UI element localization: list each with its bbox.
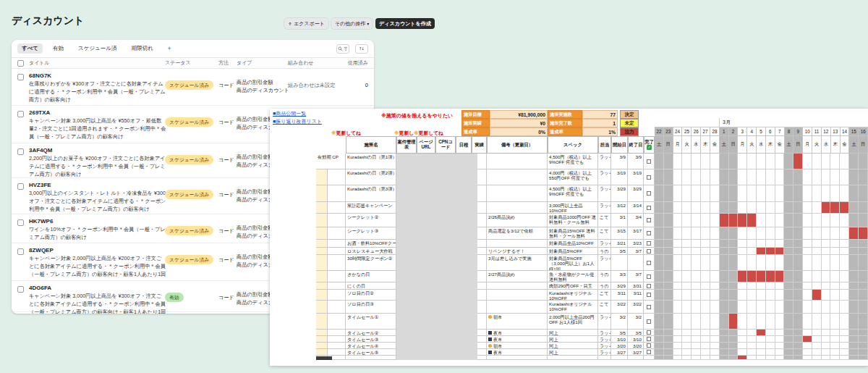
note-cell[interactable]: 夜市 — [487, 330, 548, 336]
product-list-link[interactable]: ■商品公開一覧 — [273, 110, 322, 118]
gantt-cell[interactable] — [775, 255, 785, 271]
gantt-cell[interactable] — [720, 255, 729, 271]
gantt-cell[interactable] — [673, 169, 683, 185]
gantt-cell[interactable] — [766, 330, 775, 336]
gantt-cell[interactable] — [682, 271, 692, 282]
spec-cell[interactable]: Kuradashiオリジナル10%OFF — [548, 290, 598, 301]
note-cell[interactable] — [487, 154, 548, 169]
gantt-cell[interactable] — [793, 282, 803, 290]
gantt-cell[interactable] — [784, 314, 793, 330]
gantt-cell[interactable] — [692, 282, 701, 290]
gantt-cell[interactable] — [822, 343, 831, 349]
gantt-cell[interactable] — [793, 330, 803, 336]
gantt-cell[interactable] — [766, 282, 775, 290]
gantt-cell[interactable] — [692, 301, 701, 314]
gantt-cell[interactable] — [793, 248, 803, 255]
gantt-cell[interactable] — [682, 356, 692, 360]
gantt-cell[interactable] — [793, 290, 803, 301]
gantt-cell[interactable] — [729, 240, 739, 248]
gantt-cell[interactable] — [830, 154, 840, 169]
gantt-cell[interactable] — [692, 336, 701, 343]
owner-cell[interactable]: うの — [598, 248, 611, 255]
gantt-cell[interactable] — [849, 248, 859, 255]
gantt-cell[interactable] — [664, 282, 673, 290]
gantt-cell[interactable] — [701, 336, 710, 343]
gantt-cell[interactable] — [812, 343, 822, 349]
done-cell[interactable] — [644, 185, 655, 202]
gantt-cell[interactable] — [803, 240, 812, 248]
gantt-cell[interactable] — [766, 356, 775, 360]
owner-cell[interactable]: ラッキー — [598, 240, 611, 248]
gantt-cell[interactable] — [840, 240, 849, 248]
start-date-cell[interactable]: 3/12 — [611, 202, 628, 214]
campaign-name-cell[interactable]: さかなの日 — [346, 271, 396, 282]
gantt-cell[interactable] — [682, 282, 692, 290]
gantt-cell[interactable] — [822, 185, 831, 202]
spec-cell[interactable]: 2,000円以上全品200円OFF お1人様1回 — [548, 314, 598, 330]
campaign-name-cell[interactable]: Kuradashiの日（第1弾） — [346, 154, 396, 169]
gantt-cell[interactable] — [803, 290, 812, 301]
gantt-cell[interactable] — [682, 330, 692, 336]
gantt-cell[interactable] — [720, 271, 729, 282]
gantt-cell[interactable] — [747, 301, 757, 314]
gantt-cell[interactable] — [710, 227, 720, 240]
gantt-cell[interactable] — [793, 336, 803, 343]
start-date-cell[interactable]: 3/27 — [611, 349, 628, 356]
done-cell[interactable] — [644, 202, 655, 214]
start-date-cell[interactable] — [611, 356, 628, 360]
spec-cell[interactable]: 3,000円以上全品10%OFF — [548, 202, 598, 214]
gantt-cell[interactable] — [803, 214, 812, 227]
select-all-checkbox[interactable] — [17, 60, 24, 67]
gantt-cell[interactable] — [720, 240, 729, 248]
gantt-cell[interactable] — [803, 255, 812, 271]
gantt-cell[interactable] — [793, 349, 803, 356]
gantt-cell[interactable] — [859, 271, 868, 282]
gantt-cell[interactable] — [793, 314, 803, 330]
gantt-cell[interactable] — [738, 282, 747, 290]
gantt-cell[interactable] — [757, 185, 766, 202]
campaign-name-cell[interactable]: Kuradashiの日（第2弾） — [346, 169, 396, 185]
gantt-cell[interactable] — [664, 202, 673, 214]
gantt-cell[interactable] — [710, 271, 720, 282]
gantt-cell[interactable] — [859, 227, 868, 240]
gantt-cell[interactable] — [812, 227, 822, 240]
note-cell[interactable] — [487, 356, 548, 360]
campaign-name-cell[interactable]: タイムセール① — [346, 314, 396, 330]
done-cell[interactable] — [644, 271, 655, 282]
done-checkbox[interactable] — [647, 231, 651, 235]
gantt-cell[interactable] — [729, 314, 739, 330]
gantt-cell[interactable] — [803, 271, 812, 282]
done-checkbox[interactable] — [647, 343, 651, 348]
gantt-cell[interactable] — [720, 154, 729, 169]
gantt-cell[interactable] — [822, 214, 831, 227]
gantt-cell[interactable] — [822, 169, 831, 185]
gantt-cell[interactable] — [775, 154, 785, 169]
owner-cell[interactable]: ラッキー — [598, 202, 611, 214]
row-checkbox[interactable] — [17, 248, 24, 255]
campaign-name-cell[interactable]: ロスレスキュー大作戦 — [346, 248, 396, 255]
gantt-cell[interactable] — [775, 290, 785, 301]
gantt-cell[interactable] — [822, 240, 831, 248]
spec-cell[interactable]: 対象商品5%OFF — [548, 248, 598, 255]
gantt-cell[interactable] — [849, 202, 859, 214]
gantt-cell[interactable] — [710, 301, 720, 314]
gantt-cell[interactable] — [757, 271, 766, 282]
gantt-cell[interactable] — [784, 349, 793, 356]
gantt-cell[interactable] — [655, 349, 664, 356]
done-checkbox[interactable] — [647, 261, 651, 265]
gantt-cell[interactable] — [664, 271, 673, 282]
gantt-cell[interactable] — [655, 227, 664, 240]
gantt-cell[interactable] — [840, 336, 849, 343]
end-date-cell[interactable]: 3/20 — [628, 343, 644, 349]
gantt-cell[interactable] — [784, 301, 793, 314]
gantt-cell[interactable] — [849, 227, 859, 240]
gantt-cell[interactable] — [766, 314, 775, 330]
gantt-cell[interactable] — [682, 290, 692, 301]
gantt-cell[interactable] — [747, 282, 757, 290]
gantt-cell[interactable] — [673, 336, 683, 343]
gantt-cell[interactable] — [692, 343, 701, 349]
gantt-cell[interactable] — [701, 271, 710, 282]
gantt-cell[interactable] — [710, 336, 720, 343]
gantt-cell[interactable] — [655, 169, 664, 185]
gantt-cell[interactable] — [775, 185, 785, 202]
